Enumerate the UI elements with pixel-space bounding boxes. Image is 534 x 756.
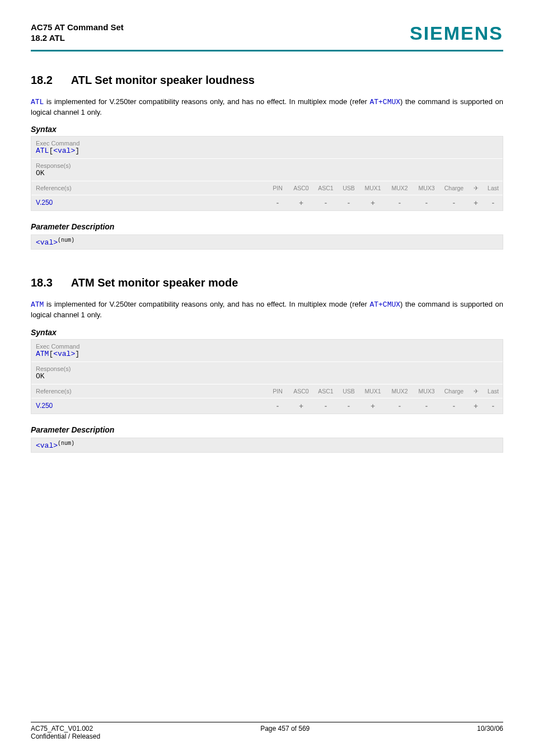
val-pin: - [266, 195, 289, 210]
col-pin: PIN [266, 181, 289, 195]
col-usb: USB [338, 181, 359, 195]
section-18-3: 18.3 ATM Set monitor speaker mode ATM is… [31, 276, 503, 452]
param-desc-heading: Parameter Description [31, 425, 503, 434]
intro-text: is implemented for V.250ter compatibilit… [44, 300, 369, 308]
val-air: + [468, 398, 484, 414]
col-usb: USB [338, 384, 359, 398]
val-charge: - [440, 195, 468, 210]
col-asc1: ASC1 [313, 384, 338, 398]
param-box: <val>(num) [31, 234, 503, 250]
footer-right: 10/30/06 [477, 725, 503, 732]
val-mux1: + [359, 398, 386, 414]
doc-title: AC75 AT Command Set [31, 22, 124, 32]
val-asc0: + [289, 398, 313, 414]
param-box: <val>(num) [31, 438, 503, 453]
val-last: - [484, 398, 503, 414]
val-mux2: - [386, 398, 413, 414]
doc-subtitle: 18.2 ATL [31, 33, 124, 43]
page-footer: AC75_ATC_V01.002 Page 457 of 569 10/30/0… [31, 722, 503, 740]
val-charge: - [440, 398, 468, 414]
reference-label: Reference(s) [31, 181, 266, 195]
section-intro: ATM is implemented for V.250ter compatib… [31, 299, 503, 320]
section-heading: 18.2 ATL Set monitor speaker loudness [31, 74, 503, 87]
param-name: <val> [36, 442, 58, 450]
val-mux2: - [386, 195, 413, 210]
section-title: ATM Set monitor speaker mode [71, 276, 238, 289]
section-number: 18.3 [31, 276, 53, 289]
footer-confidential: Confidential / Released [31, 732, 100, 740]
col-mux1: MUX1 [359, 181, 386, 195]
cmd-keyword: ATL [36, 147, 49, 155]
exec-command-value: ATL[<val>] [36, 147, 498, 155]
footer-center: Page 457 of 569 [260, 725, 310, 732]
col-mux3: MUX3 [413, 181, 440, 195]
col-mux1: MUX1 [359, 384, 386, 398]
val-usb: - [338, 195, 359, 210]
bracket-close: ] [75, 147, 79, 155]
cmd-link-atcmux[interactable]: AT+CMUX [369, 300, 400, 309]
val-asc0: + [289, 195, 313, 210]
col-asc0: ASC0 [289, 384, 313, 398]
col-mux2: MUX2 [386, 181, 413, 195]
section-number: 18.2 [31, 74, 53, 87]
val-mux3: - [413, 398, 440, 414]
response-label: Response(s) [36, 365, 498, 372]
airplane-icon: ✈ [468, 181, 484, 195]
cmd-link-atl[interactable]: ATL [31, 98, 44, 106]
cmd-arg: <val> [53, 350, 75, 358]
cmd-link-atm[interactable]: ATM [31, 300, 44, 309]
brand-logo: SIEMENS [410, 22, 503, 44]
exec-command-label: Exec Command [36, 343, 498, 350]
col-pin: PIN [266, 384, 289, 398]
response-value: OK [36, 372, 498, 381]
footer-left: AC75_ATC_V01.002 [31, 725, 93, 732]
cmd-arg: <val> [53, 147, 75, 155]
param-type: (num) [58, 440, 74, 447]
col-last: Last [484, 181, 503, 195]
cmd-link-atcmux[interactable]: AT+CMUX [369, 98, 400, 106]
section-title: ATL Set monitor speaker loudness [71, 74, 255, 86]
intro-text: is implemented for V.250ter compatibilit… [44, 97, 369, 106]
exec-command-label: Exec Command [36, 140, 498, 147]
param-type: (num) [58, 237, 74, 243]
syntax-box: Exec Command ATL[<val>] Response(s) OK R… [31, 136, 503, 211]
reference-link[interactable]: V.250 [36, 199, 53, 206]
param-name: <val> [36, 238, 58, 247]
header-rule [31, 50, 503, 51]
syntax-heading: Syntax [31, 328, 503, 337]
param-desc-heading: Parameter Description [31, 222, 503, 231]
col-asc1: ASC1 [313, 181, 338, 195]
exec-command-value: ATM[<val>] [36, 350, 498, 358]
val-mux3: - [413, 195, 440, 210]
val-air: + [468, 195, 484, 210]
col-asc0: ASC0 [289, 181, 313, 195]
syntax-heading: Syntax [31, 125, 503, 134]
syntax-box: Exec Command ATM[<val>] Response(s) OK R… [31, 339, 503, 414]
val-mux1: + [359, 195, 386, 210]
val-usb: - [338, 398, 359, 414]
response-value: OK [36, 169, 498, 177]
col-mux2: MUX2 [386, 384, 413, 398]
reference-table: Reference(s) V.250 PIN ASC0 ASC1 USB MUX… [31, 181, 503, 210]
airplane-icon: ✈ [468, 384, 484, 398]
val-asc1: - [313, 195, 338, 210]
page-header: AC75 AT Command Set 18.2 ATL SIEMENS [31, 22, 503, 44]
col-charge: Charge [440, 384, 468, 398]
val-pin: - [266, 398, 289, 414]
reference-label: Reference(s) [31, 384, 266, 398]
col-last: Last [484, 384, 503, 398]
section-heading: 18.3 ATM Set monitor speaker mode [31, 276, 503, 289]
col-mux3: MUX3 [413, 384, 440, 398]
reference-link[interactable]: V.250 [36, 402, 53, 410]
val-last: - [484, 195, 503, 210]
col-charge: Charge [440, 181, 468, 195]
section-18-2: 18.2 ATL Set monitor speaker loudness AT… [31, 74, 503, 250]
bracket-close: ] [75, 350, 79, 358]
val-asc1: - [313, 398, 338, 414]
response-label: Response(s) [36, 162, 498, 169]
reference-table: Reference(s) V.250 PIN ASC0 ASC1 USB MUX… [31, 384, 503, 414]
section-intro: ATL is implemented for V.250ter compatib… [31, 97, 503, 117]
cmd-keyword: ATM [36, 350, 49, 358]
